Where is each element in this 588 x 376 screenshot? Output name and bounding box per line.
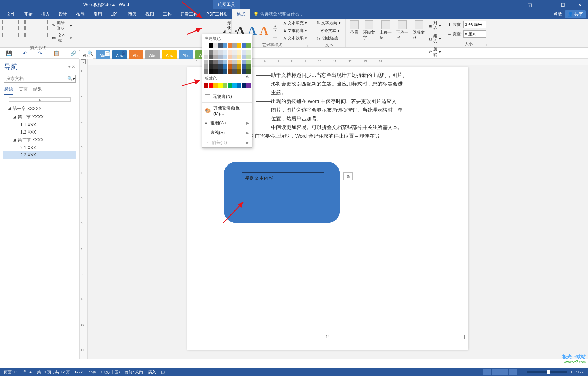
login-link[interactable]: 登录: [553, 11, 562, 17]
weight-item[interactable]: ≡粗细(W)▶: [202, 118, 252, 128]
color-swatch[interactable]: [228, 55, 232, 59]
more-colors-item[interactable]: 🎨其他轮廓颜色(M)…: [202, 103, 252, 118]
text-fill-button[interactable]: A文本填充 ▾: [282, 20, 309, 26]
group-button[interactable]: ⊡组合 ▾: [427, 33, 443, 45]
nav-tree-item[interactable]: ◢ 第一节 XXXX: [3, 113, 76, 121]
nav-tree-item[interactable]: 2.1 XXX: [3, 144, 76, 151]
color-swatch[interactable]: [218, 83, 223, 88]
nav-tree-item[interactable]: 2.2 XXX: [3, 151, 76, 159]
nav-tab-headings[interactable]: 标题: [4, 86, 13, 95]
nav-close[interactable]: ✕: [72, 64, 75, 69]
color-swatch[interactable]: [204, 64, 208, 69]
color-swatch[interactable]: [242, 69, 246, 74]
color-swatch[interactable]: [237, 55, 241, 59]
color-swatch[interactable]: [223, 60, 227, 64]
zoom-out[interactable]: −: [521, 370, 523, 374]
status-words[interactable]: 6/2711 个字: [75, 369, 96, 375]
color-swatch[interactable]: [204, 43, 208, 48]
tab-selector[interactable]: L: [81, 59, 86, 64]
color-swatch[interactable]: [209, 43, 213, 48]
color-swatch[interactable]: [246, 50, 251, 55]
wrap-button[interactable]: 环绕文字: [361, 20, 377, 58]
search-button[interactable]: 🔍▾: [67, 75, 75, 82]
color-swatch[interactable]: [228, 64, 232, 69]
color-swatch[interactable]: [228, 50, 232, 55]
color-swatch[interactable]: [228, 43, 232, 48]
color-swatch[interactable]: [237, 69, 241, 74]
color-swatch[interactable]: [242, 60, 246, 64]
nav-tree-item[interactable]: ◢ 第二节 XXXX: [3, 136, 76, 144]
color-swatch[interactable]: [204, 60, 208, 64]
color-swatch[interactable]: [213, 64, 218, 69]
color-swatch[interactable]: [232, 64, 237, 69]
tab-references[interactable]: 引用: [89, 9, 106, 19]
minimize-button[interactable]: —: [538, 0, 555, 9]
color-swatch[interactable]: [218, 50, 223, 55]
save-button[interactable]: 💾: [6, 50, 12, 56]
text-direction-button[interactable]: ⇅文字方向 ▾: [315, 20, 343, 26]
color-swatch[interactable]: [246, 83, 251, 88]
color-swatch[interactable]: [237, 60, 241, 64]
color-swatch[interactable]: [242, 43, 246, 48]
tab-review[interactable]: 审阅: [124, 9, 141, 19]
color-swatch[interactable]: [223, 69, 227, 74]
nav-tab-pages[interactable]: 页面: [19, 86, 28, 95]
textbox-content[interactable]: 举例文本内容: [245, 175, 273, 181]
color-swatch[interactable]: [218, 55, 223, 59]
color-swatch[interactable]: [213, 60, 218, 64]
color-swatch[interactable]: [228, 69, 232, 74]
undo-button[interactable]: ↶: [23, 50, 27, 56]
qat-icon[interactable]: 📄: [104, 50, 110, 56]
color-swatch[interactable]: [246, 64, 251, 69]
color-swatch[interactable]: [209, 83, 213, 88]
color-swatch[interactable]: [218, 43, 223, 48]
nav-tab-results[interactable]: 结果: [33, 86, 42, 95]
color-swatch[interactable]: [209, 55, 213, 59]
gallery-up[interactable]: ▲: [273, 24, 277, 28]
tab-view[interactable]: 视图: [141, 9, 158, 19]
search-input[interactable]: [4, 75, 67, 82]
color-swatch[interactable]: [246, 69, 251, 74]
color-swatch[interactable]: [242, 55, 246, 59]
tab-design[interactable]: 设计: [54, 9, 72, 19]
view-buttons[interactable]: [483, 369, 517, 375]
tell-me[interactable]: 💡 告诉我您想要做什么…: [253, 11, 304, 17]
color-swatch[interactable]: [204, 50, 208, 55]
color-swatch[interactable]: [223, 55, 227, 59]
qat-icon[interactable]: 📋: [53, 50, 59, 56]
tab-tools[interactable]: 工具: [158, 9, 176, 19]
nav-tree-item[interactable]: 1.2 XXX: [3, 129, 76, 136]
color-swatch[interactable]: [237, 83, 241, 88]
color-swatch[interactable]: [232, 43, 237, 48]
height-input[interactable]: [463, 21, 486, 28]
ribbon-display-button[interactable]: ◱: [521, 0, 538, 9]
status-macro-icon[interactable]: ▢: [161, 370, 165, 375]
color-swatch[interactable]: [213, 69, 218, 74]
layout-options-button[interactable]: ⧉: [343, 172, 353, 180]
status-section[interactable]: 节: 4: [23, 369, 31, 375]
color-swatch[interactable]: [232, 50, 237, 55]
text-effects-button[interactable]: A文本效果 ▾: [282, 35, 309, 42]
status-mode[interactable]: 插入: [148, 369, 156, 375]
color-swatch[interactable]: [213, 50, 218, 55]
selection-pane-button[interactable]: 选择窗格: [411, 20, 427, 58]
status-pages[interactable]: 第 11 页，共 12 页: [37, 369, 70, 375]
status-track[interactable]: 修订: 关闭: [125, 369, 143, 375]
color-swatch[interactable]: [237, 43, 241, 48]
color-swatch[interactable]: [232, 69, 237, 74]
maximize-button[interactable]: ☐: [555, 0, 571, 9]
color-swatch[interactable]: [223, 43, 227, 48]
tab-mailings[interactable]: 邮件: [106, 9, 124, 19]
gallery-more[interactable]: ▾: [273, 33, 277, 38]
qat-icon[interactable]: ⚙: [121, 50, 126, 56]
qat-icon[interactable]: 🔍: [87, 50, 93, 56]
color-swatch[interactable]: [204, 83, 208, 88]
zoom-in[interactable]: +: [571, 370, 573, 374]
align-text-button[interactable]: ≡对齐文本 ▾: [315, 27, 343, 34]
color-swatch[interactable]: [204, 55, 208, 59]
nav-tree-item[interactable]: 1.1 XXX: [3, 121, 76, 129]
width-input[interactable]: [463, 30, 486, 38]
send-backward-button[interactable]: 下移一层: [394, 20, 411, 58]
text-outline-button[interactable]: A文本轮廓 ▾: [282, 27, 309, 34]
no-outline-item[interactable]: 无轮廓(N): [202, 92, 252, 101]
